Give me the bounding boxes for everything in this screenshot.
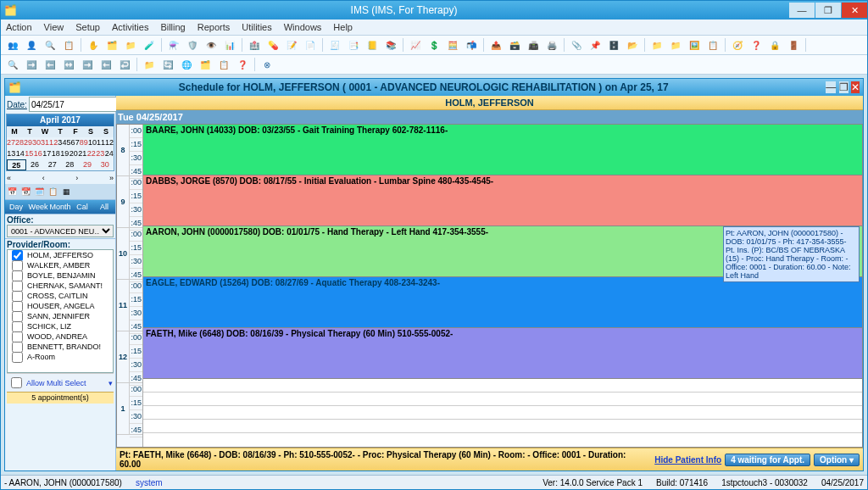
menu-reports[interactable]: Reports [198, 22, 231, 32]
cal-day-29[interactable]: 29 [79, 159, 97, 170]
empty-slot[interactable] [143, 393, 862, 406]
toolbar2-btn-3[interactable]: ↔️ [60, 56, 77, 73]
viewtab-cal[interactable]: Cal [71, 203, 93, 211]
cal-day-27[interactable]: 27 [7, 137, 15, 148]
sched-close-button[interactable]: ✕ [851, 81, 860, 93]
schedule-sys-icon[interactable]: 🗂️ [8, 81, 21, 93]
cal-day-24[interactable]: 24 [105, 148, 114, 159]
office-select[interactable]: 0001 - ADVANCED NEU… [7, 225, 114, 237]
all-icon[interactable]: ▦ [60, 186, 72, 198]
provider-item[interactable]: CHERNAK, SAMANT! [8, 281, 113, 291]
toolbar2-btn-9[interactable]: 🔄 [159, 56, 176, 73]
viewtab-week[interactable]: Week [27, 203, 49, 211]
appointment-4[interactable]: FAETH, Mike (6648) DOB: 08/16/39 - Physi… [143, 328, 862, 379]
option-button[interactable]: Option ▾ [814, 454, 860, 466]
appointment-1[interactable]: DABBS, JORGE (8570) DOB: 08/17/55 - Init… [143, 175, 862, 226]
toolbar1-btn-14[interactable]: 📝 [283, 36, 300, 53]
menu-utilities[interactable]: Utilities [242, 22, 271, 32]
toolbar2-btn-0[interactable]: 🔍 [4, 56, 21, 73]
cal-day-25[interactable]: 25 [7, 159, 26, 170]
menu-help[interactable]: Help [333, 22, 353, 32]
cal-day-14[interactable]: 14 [16, 148, 25, 159]
cal-day-26[interactable]: 26 [26, 159, 44, 170]
week-icon[interactable]: 📆 [19, 186, 31, 198]
nav-next[interactable]: › [75, 174, 78, 182]
cal-day-11[interactable]: 11 [97, 137, 105, 148]
toolbar1-btn-38[interactable]: 🔒 [766, 36, 783, 53]
day-icon[interactable]: 📅 [6, 186, 18, 198]
toolbar1-btn-33[interactable]: 📁 [667, 36, 684, 53]
cal-day-30[interactable]: 30 [96, 159, 114, 170]
nav-first[interactable]: « [7, 174, 11, 182]
toolbar1-btn-29[interactable]: 📌 [587, 36, 604, 53]
waiting-button[interactable]: 4 waiting for Appt. [725, 454, 810, 466]
cal-day-10[interactable]: 10 [88, 137, 97, 148]
toolbar1-btn-16[interactable]: 🧾 [326, 36, 343, 53]
toolbar1-btn-6[interactable]: 📁 [122, 36, 139, 53]
toolbar1-btn-15[interactable]: 📄 [302, 36, 319, 53]
cal-icon[interactable]: 📋 [47, 186, 58, 198]
cal-day-22[interactable]: 22 [87, 148, 97, 159]
toolbar1-btn-34[interactable]: 🖼️ [686, 36, 703, 53]
toolbar1-btn-3[interactable]: 📋 [60, 36, 77, 53]
cal-day-30[interactable]: 30 [32, 137, 41, 148]
provider-item[interactable]: WOOD, ANDREA [8, 331, 113, 342]
toolbar2-btn-1[interactable]: ➡️ [23, 56, 40, 73]
toolbar1-btn-1[interactable]: 👤 [23, 36, 40, 53]
toolbar1-btn-35[interactable]: 📋 [704, 36, 721, 53]
empty-slot[interactable] [143, 420, 862, 433]
viewtab-all[interactable]: All [93, 203, 115, 211]
provider-list[interactable]: HOLM, JEFFERSOWALKER, AMBERBOYLE, BENJAM… [7, 249, 114, 373]
cal-day-18[interactable]: 18 [52, 148, 61, 159]
provider-checkbox[interactable] [12, 352, 23, 363]
provider-item[interactable]: WALKER, AMBER [8, 260, 113, 270]
allow-multi-checkbox[interactable] [11, 377, 22, 388]
toolbar1-btn-39[interactable]: 🚪 [785, 36, 802, 53]
menu-setup[interactable]: Setup [75, 22, 100, 32]
toolbar1-btn-26[interactable]: 📠 [525, 36, 542, 53]
list-scroll-icon[interactable]: ▾ [108, 379, 113, 387]
toolbar1-btn-32[interactable]: 📁 [648, 36, 665, 53]
cal-day-21[interactable]: 21 [78, 148, 87, 159]
provider-item[interactable]: BENNETT, BRANDO! [8, 342, 113, 352]
toolbar1-btn-2[interactable]: 🔍 [42, 36, 58, 53]
cal-day-12[interactable]: 12 [105, 137, 114, 148]
menu-view[interactable]: View [44, 22, 64, 32]
toolbar1-btn-8[interactable]: ⚗️ [165, 36, 182, 53]
toolbar1-btn-12[interactable]: 🏥 [246, 36, 263, 53]
toolbar2-btn-13[interactable]: ❓ [234, 56, 251, 73]
toolbar1-btn-31[interactable]: 📂 [624, 36, 641, 53]
toolbar1-btn-30[interactable]: 🗄️ [605, 36, 622, 53]
toolbar2-btn-15[interactable]: ⊗ [259, 56, 275, 73]
provider-item[interactable]: SCHICK, LIZ [8, 321, 113, 331]
cal-day-29[interactable]: 29 [24, 137, 32, 148]
toolbar1-btn-21[interactable]: 💲 [426, 36, 442, 53]
toolbar1-btn-10[interactable]: 👁️ [203, 36, 220, 53]
toolbar1-btn-13[interactable]: 💊 [264, 36, 281, 53]
cal-day-28[interactable]: 28 [61, 159, 79, 170]
cal-day-31[interactable]: 31 [41, 137, 49, 148]
toolbar2-btn-5[interactable]: ⬅️ [97, 56, 114, 73]
toolbar1-btn-25[interactable]: 🗃️ [506, 36, 523, 53]
toolbar1-btn-28[interactable]: 📎 [568, 36, 585, 53]
toolbar2-btn-12[interactable]: 📋 [215, 56, 232, 73]
viewtab-day[interactable]: Day [5, 203, 27, 211]
sched-max-button[interactable]: ❐ [839, 81, 849, 93]
toolbar1-btn-9[interactable]: 🛡️ [184, 36, 201, 53]
toolbar1-btn-7[interactable]: 🧪 [141, 36, 158, 53]
toolbar2-btn-4[interactable]: ➡️ [79, 56, 96, 73]
appointment-0[interactable]: BAARE, JOHN (14033) DOB: 03/23/55 - Gait… [143, 125, 862, 175]
cal-day-27[interactable]: 27 [43, 159, 61, 170]
toolbar2-btn-6[interactable]: ↩️ [116, 56, 133, 73]
menu-activities[interactable]: Activities [112, 22, 148, 32]
toolbar1-btn-20[interactable]: 📈 [407, 36, 424, 53]
toolbar1-btn-5[interactable]: 🗂️ [103, 36, 120, 53]
provider-item[interactable]: SANN, JENNIFER [8, 311, 113, 321]
appointment-2[interactable]: AARON, JOHN (0000017580) DOB: 01/01/75 -… [143, 226, 862, 277]
toolbar1-btn-18[interactable]: 📒 [364, 36, 381, 53]
toolbar2-btn-2[interactable]: ⬅️ [42, 56, 58, 73]
menu-action[interactable]: Action [6, 22, 32, 32]
cal-day-13[interactable]: 13 [7, 148, 16, 159]
toolbar2-btn-10[interactable]: 🌐 [178, 56, 195, 73]
cal-day-23[interactable]: 23 [96, 148, 105, 159]
